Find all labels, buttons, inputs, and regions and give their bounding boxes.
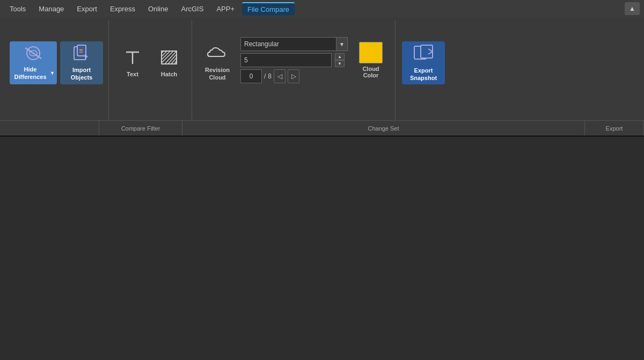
- rectangular-dropdown-row: Rectangular Freehand Polygon ▼: [240, 37, 348, 51]
- revision-cloud-label: Revision Cloud: [201, 67, 234, 81]
- spinner-group: ▲ ▼: [335, 53, 345, 67]
- hatch-label: Hatch: [161, 71, 178, 77]
- nav-current-input[interactable]: [240, 69, 262, 83]
- dropdown-arrow-icon: ▼: [50, 70, 55, 76]
- shape-dropdown-arrow[interactable]: ▼: [336, 37, 348, 51]
- hide-differences-label: Hide Differences ▼: [12, 66, 55, 80]
- ribbon-canvas-divider: [0, 135, 644, 137]
- menu-bar: Tools Manage Export Express Online ArcGI…: [0, 0, 644, 17]
- nav-separator: /: [264, 73, 266, 80]
- text-label: Text: [127, 71, 138, 77]
- nav-total: 8: [268, 73, 272, 80]
- group-label-change-set: Change Set: [182, 121, 585, 135]
- change-number-input[interactable]: [240, 53, 332, 67]
- hatch-icon: [158, 49, 180, 69]
- menu-online[interactable]: Online: [143, 3, 174, 15]
- number-input-row: ▲ ▼: [240, 53, 348, 67]
- window-control-button[interactable]: ▲: [625, 2, 640, 15]
- svg-line-17: [171, 57, 177, 64]
- cloud-color-button[interactable]: Cloud Color: [352, 39, 390, 82]
- menu-arcgis[interactable]: ArcGIS: [175, 3, 209, 15]
- export-snapshot-label: ExportSnapshot: [410, 67, 437, 81]
- import-objects-icon: [72, 45, 91, 64]
- spinner-down[interactable]: ▼: [335, 60, 345, 67]
- nav-prev-button[interactable]: ◁: [274, 69, 286, 83]
- ribbon-labels-bar: Compare Filter Change Set Export: [0, 120, 644, 135]
- ribbon: Hide Differences ▼ Import Objects: [0, 17, 644, 135]
- menu-tools[interactable]: Tools: [4, 3, 31, 15]
- group-label-empty: [0, 121, 99, 135]
- svg-rect-20: [421, 45, 433, 58]
- export-snapshot-button[interactable]: ExportSnapshot: [402, 41, 445, 84]
- menu-express[interactable]: Express: [105, 3, 141, 15]
- revision-cloud-button[interactable]: Revision Cloud: [199, 41, 236, 84]
- cloud-color-swatch: [359, 42, 383, 63]
- text-button[interactable]: Text: [115, 41, 150, 84]
- hide-diff-icon: [23, 45, 44, 64]
- menu-file-compare[interactable]: File Compare: [242, 2, 295, 16]
- group-label-export: Export: [585, 121, 644, 135]
- menu-manage[interactable]: Manage: [33, 3, 69, 15]
- cloud-color-label: Cloud Color: [355, 66, 386, 78]
- shape-dropdown-wrapper: Rectangular Freehand Polygon ▼: [240, 37, 348, 51]
- spinner-up[interactable]: ▲: [335, 53, 345, 60]
- revision-cloud-icon: [206, 45, 229, 64]
- nav-next-button[interactable]: ▷: [288, 69, 299, 83]
- hide-differences-button[interactable]: Hide Differences ▼: [10, 41, 57, 84]
- shape-dropdown[interactable]: Rectangular Freehand Polygon: [240, 37, 348, 51]
- group-label-compare-filter: Compare Filter: [99, 121, 182, 135]
- text-icon: [122, 49, 143, 69]
- import-objects-label: Import Objects: [62, 67, 101, 81]
- menu-export[interactable]: Export: [71, 3, 103, 15]
- nav-row: / 8 ◁ ▷: [240, 69, 348, 83]
- import-objects-button[interactable]: Import Objects: [60, 41, 103, 84]
- hatch-button[interactable]: Hatch: [152, 41, 186, 84]
- menu-app-plus[interactable]: APP+: [211, 3, 240, 15]
- export-snapshot-icon: [413, 44, 434, 65]
